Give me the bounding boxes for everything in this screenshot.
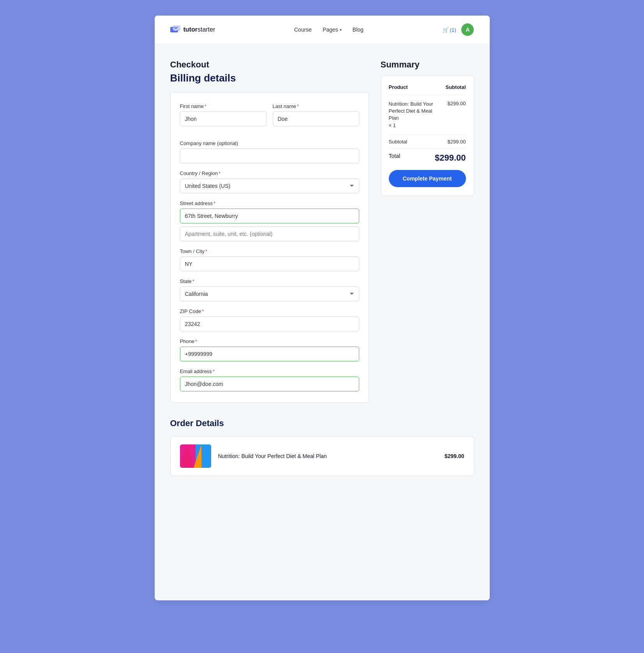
complete-payment-button[interactable]: Complete Payment <box>389 170 466 187</box>
state-group: State* California <box>180 278 359 301</box>
first-name-group: First name* <box>180 103 266 126</box>
apt-input[interactable] <box>180 227 359 241</box>
required-star: * <box>202 308 204 314</box>
required-star: * <box>213 200 215 206</box>
subtotal-label: Subtotal <box>389 139 408 145</box>
email-input[interactable] <box>180 377 359 391</box>
order-thumbnail <box>180 444 211 468</box>
nav-pages[interactable]: Pages ▾ <box>323 27 342 33</box>
summary-divider <box>389 134 466 135</box>
logo-icon <box>170 25 181 34</box>
summary-title: Summary <box>381 60 474 70</box>
email-group: Email address* <box>180 368 359 391</box>
required-star: * <box>219 170 221 176</box>
thumbnail-graphic <box>180 444 211 468</box>
chevron-down-icon: ▾ <box>340 28 342 32</box>
last-name-input[interactable] <box>273 111 359 126</box>
order-details-title: Order Details <box>170 418 474 428</box>
left-column: Checkout Billing details First name* Las… <box>170 60 369 403</box>
billing-form-card: First name* Last name* Company name (opt… <box>170 92 369 403</box>
required-star: * <box>205 248 207 254</box>
billing-title: Billing details <box>170 72 369 84</box>
avatar[interactable]: A <box>461 23 474 36</box>
required-star: * <box>195 338 197 344</box>
first-name-label: First name* <box>180 103 266 109</box>
city-label: Town / City* <box>180 248 359 254</box>
country-label: Country / Region* <box>180 170 359 176</box>
subtotal-col-label: Subtotal <box>446 84 466 90</box>
required-star: * <box>297 103 299 109</box>
product-row: Nutrition: Build Your Perfect Diet & Mea… <box>389 101 466 129</box>
order-product-name: Nutrition: Build Your Perfect Diet & Mea… <box>218 453 327 459</box>
cart-button[interactable]: 🛒 (1) <box>443 27 456 33</box>
first-name-input[interactable] <box>180 111 266 126</box>
logo-text: tutorstarter <box>183 26 215 33</box>
email-label: Email address* <box>180 368 359 374</box>
right-column: Summary Product Subtotal Nutrition: Buil… <box>381 60 474 196</box>
last-name-label: Last name* <box>273 103 359 109</box>
company-group: Company name (optional) <box>180 140 359 163</box>
required-star: * <box>205 103 206 109</box>
total-row: Total $299.00 <box>389 153 466 163</box>
product-name: Nutrition: Build Your Perfect Diet & Mea… <box>389 101 439 129</box>
street-group: Street address* <box>180 200 359 241</box>
company-label: Company name (optional) <box>180 140 359 146</box>
country-select[interactable]: United States (US) <box>180 179 359 193</box>
navigation: Course Pages ▾ Blog <box>294 27 363 33</box>
header-right: 🛒 (1) A <box>443 23 474 36</box>
logo: tutorstarter <box>170 25 215 34</box>
total-label: Total <box>389 153 401 163</box>
summary-divider-2 <box>389 149 466 149</box>
total-value: $299.00 <box>435 153 466 163</box>
subtotal-row: Subtotal $299.00 <box>389 139 466 145</box>
phone-label: Phone* <box>180 338 359 344</box>
order-info: Nutrition: Build Your Perfect Diet & Mea… <box>218 453 438 460</box>
zip-input[interactable] <box>180 317 359 331</box>
order-card: Nutrition: Build Your Perfect Diet & Mea… <box>170 436 474 476</box>
order-details-section: Order Details Nutrition: Build Your Perf… <box>155 403 490 476</box>
subtotal-value: $299.00 <box>448 139 466 145</box>
name-row: First name* Last name* <box>180 103 359 133</box>
phone-group: Phone* <box>180 338 359 361</box>
state-label: State* <box>180 278 359 284</box>
product-col-label: Product <box>389 84 408 90</box>
zip-group: ZIP Code* <box>180 308 359 331</box>
phone-input[interactable] <box>180 347 359 361</box>
company-input[interactable] <box>180 149 359 163</box>
nav-pages-link[interactable]: Pages <box>323 27 338 33</box>
summary-card: Product Subtotal Nutrition: Build Your P… <box>381 75 474 196</box>
state-select[interactable]: California <box>180 287 359 301</box>
order-price: $299.00 <box>445 453 464 459</box>
nav-blog[interactable]: Blog <box>353 27 363 33</box>
required-star: * <box>192 278 194 284</box>
nav-course[interactable]: Course <box>294 27 312 33</box>
main-content: Checkout Billing details First name* Las… <box>155 44 490 403</box>
required-star: * <box>213 368 215 374</box>
country-group: Country / Region* United States (US) <box>180 170 359 193</box>
street-input[interactable] <box>180 209 359 223</box>
street-label: Street address* <box>180 200 359 206</box>
cart-count: (1) <box>450 27 456 33</box>
header: tutorstarter Course Pages ▾ Blog 🛒 (1) A <box>155 16 490 44</box>
last-name-group: Last name* <box>273 103 359 133</box>
product-price: $299.00 <box>448 101 466 129</box>
page-container: tutorstarter Course Pages ▾ Blog 🛒 (1) A… <box>155 16 490 600</box>
zip-label: ZIP Code* <box>180 308 359 314</box>
city-group: Town / City* <box>180 248 359 271</box>
cart-icon-symbol: 🛒 <box>443 27 449 33</box>
checkout-label: Checkout <box>170 60 369 70</box>
summary-header: Product Subtotal <box>389 84 466 95</box>
city-input[interactable] <box>180 257 359 271</box>
